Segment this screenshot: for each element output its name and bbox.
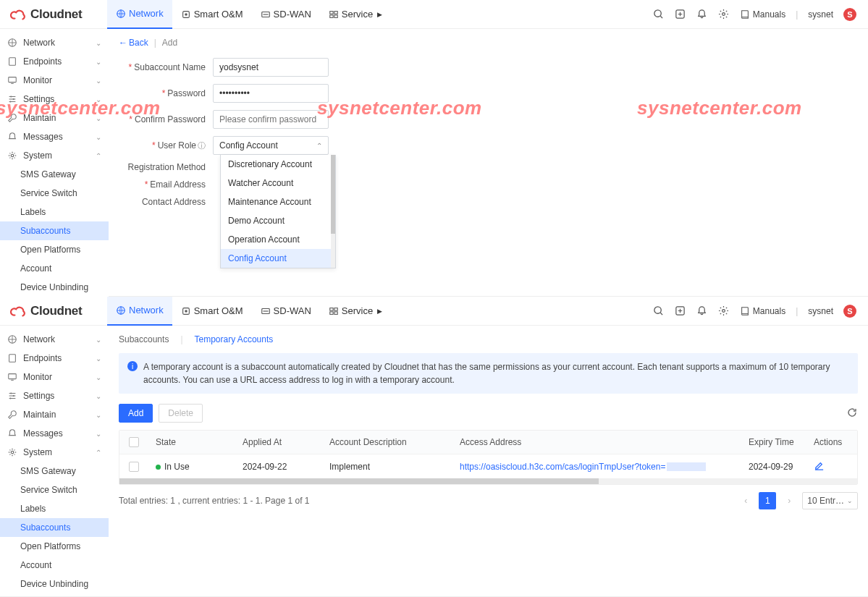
sidebar-item-monitor[interactable]: Monitor⌄ [0,368,109,386]
label-registration-method: Registration Method [119,162,213,172]
role-option[interactable]: Discretionary Account [221,155,335,174]
sidebar-item-network[interactable]: Network⌄ [0,330,109,349]
nav-service[interactable]: Service▶ [320,0,391,29]
page-size-select[interactable]: 10 Entr…⌄ [802,492,858,509]
svg-point-16 [9,101,11,102]
search-icon[interactable] [653,305,665,317]
role-option[interactable]: Watcher Account [221,174,335,192]
username[interactable]: sysnet [808,9,833,20]
logo[interactable]: Cloudnet [6,304,107,318]
avatar[interactable]: S [843,8,856,21]
sliders-icon [7,391,17,401]
svg-rect-23 [334,308,337,310]
horizontal-scrollbar[interactable] [119,478,857,484]
tab-temporary-accounts[interactable]: Temporary Accounts [195,334,274,344]
sidebar-item-messages[interactable]: Messages⌄ [0,424,109,443]
add-button[interactable]: Add [119,404,153,423]
separator: | [796,306,798,316]
sidebar-item-messages[interactable]: Messages⌄ [0,127,109,146]
sidebar-sub-service-switch[interactable]: Service Switch [0,184,109,203]
wrench-icon [7,410,17,420]
sidebar-sub-open-platforms[interactable]: Open Platforms [0,240,109,259]
prev-page[interactable]: ‹ [737,492,754,509]
avatar[interactable]: S [843,305,856,318]
role-option-selected[interactable]: Config Account [221,249,335,268]
sidebar-item-settings[interactable]: Settings⌄ [0,386,109,405]
delete-button[interactable]: Delete [159,404,203,423]
gear-icon[interactable] [718,305,730,317]
subaccount-input[interactable] [213,58,329,77]
password-input[interactable] [213,84,329,103]
svg-rect-22 [330,308,333,310]
nav-network[interactable]: Network [107,297,172,326]
info-alert: i A temporary account is a subaccount au… [119,353,858,394]
sidebar: Network⌄ Endpoints⌄ Monitor⌄ Settings⌄ M… [0,326,109,593]
manuals-link[interactable]: Manuals [740,306,785,316]
access-link[interactable]: https://oasiscloud.h3c.com/cas/loginTmpU… [460,462,665,472]
sdwan-icon [261,9,271,20]
sidebar-item-system[interactable]: System⌃ [0,146,109,165]
sidebar-sub-account[interactable]: Account [0,556,109,575]
help-icon[interactable]: ⓘ [198,141,206,150]
bell-icon[interactable] [696,305,708,317]
role-option[interactable]: Demo Account [221,211,335,230]
sidebar-item-monitor[interactable]: Monitor⌄ [0,71,109,90]
nav-smart-om[interactable]: Smart O&M [172,0,252,29]
row-checkbox[interactable] [129,462,139,472]
sidebar-item-maintain[interactable]: Maintain⌄ [0,405,109,424]
search-icon[interactable] [653,9,665,20]
nav-sdwan[interactable]: SD-WAN [252,297,320,326]
role-option[interactable]: Operation Account [221,230,335,249]
sidebar-item-settings[interactable]: Settings⌄ [0,90,109,109]
sidebar-item-network[interactable]: Network⌄ [0,33,109,52]
back-link[interactable]: ← Back [119,38,148,48]
username[interactable]: sysnet [808,306,833,316]
sidebar-sub-sms-gateway[interactable]: SMS Gateway [0,462,109,480]
device-icon [7,56,17,67]
chevron-down-icon: ⌄ [96,58,101,66]
subaccount-form: Subaccount Name Password Confirm Passwor… [119,55,858,207]
bell-icon[interactable] [696,9,708,20]
next-page[interactable]: › [780,492,798,509]
role-option[interactable]: Maintenance Account [221,192,335,211]
sidebar-sub-sms-gateway[interactable]: SMS Gateway [0,165,109,184]
dropdown-scrollbar[interactable] [331,155,335,268]
tab-subaccounts[interactable]: Subaccounts [119,334,169,344]
page-1[interactable]: 1 [759,492,776,509]
refresh-icon[interactable] [846,407,858,420]
sidebar-sub-labels[interactable]: Labels [0,203,109,221]
svg-point-2 [185,13,187,16]
sidebar-sub-device-unbinding[interactable]: Device Unbinding [0,278,109,297]
sidebar-item-maintain[interactable]: Maintain⌄ [0,109,109,127]
label-contact-address: Contact Address [119,197,213,207]
nav-smart-om[interactable]: Smart O&M [172,297,252,326]
sidebar-sub-subaccounts[interactable]: Subaccounts [0,518,109,537]
select-all-checkbox[interactable] [129,437,139,447]
nav-service[interactable]: Service▶ [320,297,391,326]
confirm-password-input[interactable] [213,110,329,129]
sidebar-sub-service-switch[interactable]: Service Switch [0,480,109,499]
sidebar-item-system[interactable]: System⌃ [0,443,109,462]
add-icon[interactable] [675,305,686,317]
sidebar-sub-device-unbinding[interactable]: Device Unbinding [0,575,109,593]
main-nav: Network Smart O&M SD-WAN Service▶ [107,0,391,29]
logo[interactable]: Cloudnet [6,7,107,22]
service-icon [329,9,339,20]
manuals-link[interactable]: Manuals [740,9,785,20]
user-role-select[interactable]: Config Account⌃ [213,136,329,155]
sidebar-sub-subaccounts[interactable]: Subaccounts [0,221,109,240]
topbar-right: Manuals | sysnet S [653,8,862,21]
bell-small-icon [7,132,17,142]
sidebar-item-endpoints[interactable]: Endpoints⌄ [0,52,109,71]
chevron-down-icon: ⌄ [96,96,101,103]
sidebar-sub-labels[interactable]: Labels [0,499,109,518]
sidebar-item-endpoints[interactable]: Endpoints⌄ [0,349,109,368]
nav-sdwan[interactable]: SD-WAN [252,0,320,29]
edit-icon[interactable] [814,463,825,473]
nav-network[interactable]: Network [107,0,172,29]
gear-icon[interactable] [718,9,730,20]
sidebar-sub-account[interactable]: Account [0,259,109,278]
sidebar-sub-open-platforms[interactable]: Open Platforms [0,537,109,556]
add-icon[interactable] [675,9,686,20]
label-user-role: User Roleⓘ [119,140,213,151]
